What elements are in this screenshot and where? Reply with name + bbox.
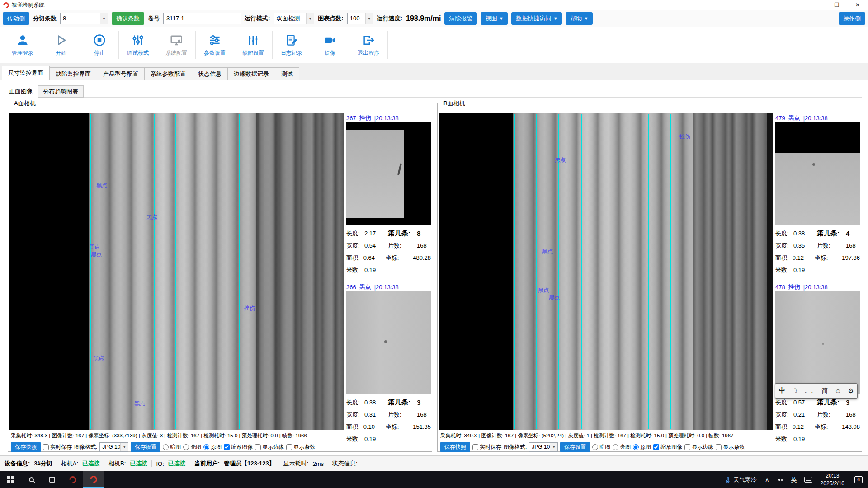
maximize-button[interactable]: ❐ <box>826 0 847 10</box>
ime-punctuation-icon[interactable]: 。， <box>805 388 815 394</box>
show-strips-checkbox[interactable] <box>716 444 722 450</box>
clock-date: 2025/2/10 <box>821 480 844 487</box>
chevron-down-icon[interactable]: ▾ <box>120 443 128 451</box>
bright-image-radio[interactable] <box>183 444 189 450</box>
task-view-button[interactable] <box>42 471 62 488</box>
ime-keyboard-button[interactable] <box>801 471 816 488</box>
defect-card[interactable]: 478 挫伤 |20:13:38 长度:0.57第几条:3宽度:0.21片数:1… <box>775 282 860 445</box>
chevron-down-icon[interactable]: ▾ <box>100 13 108 24</box>
taskbar-app-button[interactable] <box>62 471 83 488</box>
tab-front-image[interactable]: 正面图像 <box>4 84 38 98</box>
confirm-count-button[interactable]: 确认条数 <box>112 12 144 25</box>
data-quick-access-menu-button[interactable]: 数据快捷访问 ▼ <box>511 12 562 25</box>
chevron-down-icon[interactable]: ▾ <box>306 13 314 24</box>
image-format-label: 图像格式: <box>74 443 97 451</box>
bright-image-radio[interactable] <box>613 444 618 450</box>
minimize-button[interactable]: — <box>806 0 826 10</box>
view-menu-button[interactable]: 视图 ▼ <box>481 12 508 25</box>
operate-side-button[interactable]: 操作侧 <box>839 12 865 25</box>
original-image-radio[interactable] <box>203 444 209 450</box>
tab-product-model-config[interactable]: 产品型号配置 <box>97 67 145 80</box>
chevron-down-icon: ▼ <box>553 16 557 21</box>
image-format-select[interactable]: JPG 100 ▾ <box>529 442 558 452</box>
volume-muted-button[interactable] <box>773 471 788 488</box>
image-format-select[interactable]: JPG 100 ▾ <box>99 442 128 452</box>
slit-count-select[interactable]: 8 ▾ <box>60 13 108 24</box>
capture-image-button[interactable]: 提像 <box>311 28 349 62</box>
debug-mode-button[interactable]: 调试模式 <box>119 28 157 62</box>
clock[interactable]: 20:13 2025/2/10 <box>816 471 849 488</box>
chevron-down-icon[interactable]: ▾ <box>550 443 557 451</box>
save-snapshot-button[interactable]: 保存快照 <box>11 442 41 452</box>
taskbar-search-button[interactable] <box>21 471 42 488</box>
start-button[interactable]: 开始 <box>42 28 80 62</box>
original-image-radio[interactable] <box>633 444 639 450</box>
tab-distribution-chart[interactable]: 分布趋势图表 <box>38 85 84 98</box>
sliders-vertical-icon <box>131 33 145 47</box>
chart-points-select[interactable]: 100 ▾ <box>347 13 373 24</box>
run-speed-value: 198.9m/mi <box>406 14 441 23</box>
save-settings-button[interactable]: 保存设置 <box>131 442 160 452</box>
smiley-icon[interactable]: ☺ <box>835 387 841 394</box>
tab-system-params-config[interactable]: 系统参数配置 <box>144 67 192 80</box>
log-record-button[interactable]: 日志记录 <box>273 28 311 62</box>
tab-status-info[interactable]: 状态信息 <box>192 67 228 80</box>
defect-settings-button[interactable]: 缺陷设置 <box>234 28 272 62</box>
zoom-image-checkbox[interactable] <box>224 444 230 450</box>
tab-test[interactable]: 测试 <box>275 67 299 80</box>
dark-image-radio[interactable] <box>163 444 169 450</box>
gear-icon[interactable]: ⚙ <box>848 387 854 394</box>
weather-widget[interactable]: 天气寒冷 <box>720 471 761 488</box>
defect-card[interactable]: 367 挫伤 |20:13:38 长度:2.17第几条:8宽度:0.54片数:1… <box>346 113 431 276</box>
taskbar-active-app-button[interactable] <box>83 471 104 488</box>
start-menu-button[interactable] <box>0 471 21 488</box>
stat-value: 168 <box>417 242 431 249</box>
ime-simplified-toggle[interactable]: 简 <box>821 387 828 395</box>
camera-a-image[interactable]: 黑点 黑点 黑点 黑点 挫伤 黑点 黑点 <box>9 113 344 430</box>
run-mode-select[interactable]: 双面检测 ▾ <box>274 13 314 24</box>
tab-size-monitor[interactable]: 尺寸监控界面 <box>2 66 50 80</box>
stat-label: 宽度: <box>775 242 793 250</box>
drive-side-button[interactable]: 传动侧 <box>3 12 29 25</box>
save-snapshot-button[interactable]: 保存快照 <box>440 442 470 452</box>
defect-card[interactable]: 479 黑点 |20:13:38 长度:0.38第几条:4宽度:0.35片数:1… <box>775 113 860 276</box>
zoom-image-checkbox[interactable] <box>653 444 659 450</box>
defect-stat-row: 宽度:0.35片数:168 <box>775 239 860 252</box>
ime-mode-chinese[interactable]: 中 <box>779 387 785 395</box>
notification-center-button[interactable]: 6 <box>849 471 868 488</box>
tray-expand-button[interactable]: ∧ <box>761 471 773 488</box>
realtime-save-checkbox[interactable] <box>43 444 49 450</box>
stat-value: 0.21 <box>793 411 817 418</box>
stat-label: 长度: <box>346 399 364 407</box>
tool-label: 提像 <box>325 49 335 57</box>
realtime-save-checkbox[interactable] <box>472 444 478 450</box>
show-strips-checkbox[interactable] <box>286 444 292 450</box>
dark-image-radio[interactable] <box>592 444 598 450</box>
tab-edge-data-record[interactable]: 边缘数据记录 <box>227 67 275 80</box>
camera-a-title: A面相机 <box>12 99 38 108</box>
camera-b-image[interactable]: 挫伤 黑点 黑点 黑点 黑点 <box>439 113 773 430</box>
save-settings-button[interactable]: 保存设置 <box>560 442 590 452</box>
show-edge-checkbox[interactable] <box>684 444 690 450</box>
device-info-value: 3#分切 <box>34 460 52 468</box>
statusbar-separator <box>151 460 152 467</box>
stop-button[interactable]: 停止 <box>80 28 118 62</box>
defect-stats: 长度:0.57第几条:3宽度:0.21片数:168面积:0.12坐标:143.0… <box>775 394 860 445</box>
camera-a-status-line: 采集耗时: 348.3 | 图像计数: 167 | 像素坐标: (333,713… <box>11 432 344 439</box>
close-button[interactable]: ✕ <box>847 0 868 10</box>
exit-program-button[interactable]: 退出程序 <box>349 28 387 62</box>
manage-login-button[interactable]: 管理登录 <box>4 28 42 62</box>
moon-icon[interactable]: ☽ <box>792 387 798 394</box>
clear-alarm-button[interactable]: 清除报警 <box>444 12 477 25</box>
system-config-button[interactable]: 系统配置 <box>157 28 195 62</box>
params-settings-button[interactable]: 参数设置 <box>196 28 234 62</box>
roll-number-input[interactable] <box>163 13 241 24</box>
tab-defect-monitor[interactable]: 缺陷监控界面 <box>49 67 97 80</box>
input-language-button[interactable]: 英 <box>788 471 801 488</box>
show-edge-checkbox[interactable] <box>255 444 261 450</box>
stat-value: 197.86 <box>842 254 860 261</box>
chevron-down-icon[interactable]: ▾ <box>365 13 373 24</box>
tool-label: 停止 <box>94 49 105 57</box>
defect-card[interactable]: 366 黑点 |20:13:38 长度:0.38第几条:3宽度:0.31片数:1… <box>346 282 431 445</box>
help-menu-button[interactable]: 帮助 ▼ <box>566 12 593 25</box>
